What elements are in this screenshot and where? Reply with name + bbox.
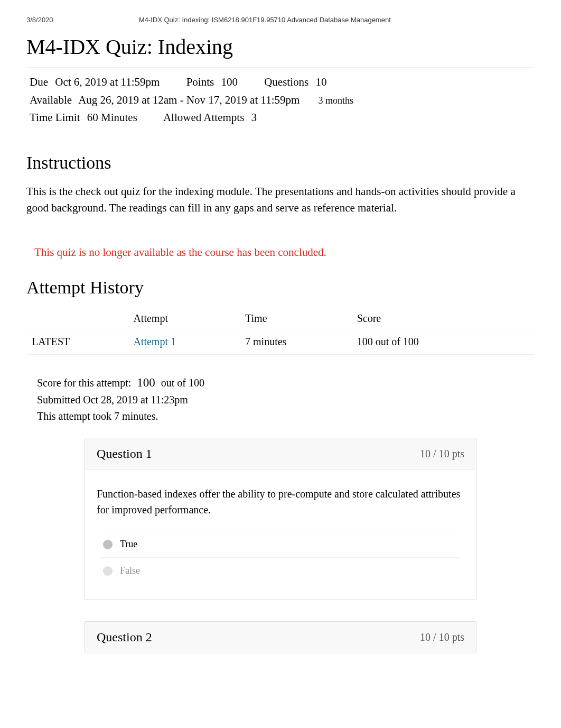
- questions-container: Question 1 10 / 10 pts Function-based in…: [85, 438, 476, 653]
- question-header: Question 2 10 / 10 pts: [85, 622, 476, 653]
- available-duration: 3 months: [319, 95, 354, 106]
- col-attempt: Attempt: [128, 308, 240, 329]
- points-label: Points: [186, 76, 214, 88]
- score-prefix: Score for this attempt:: [37, 377, 131, 389]
- col-score: Score: [352, 308, 535, 329]
- allowed-attempts-value: 3: [251, 111, 257, 124]
- answer-text: True: [120, 539, 137, 550]
- questions-value: 10: [315, 76, 326, 88]
- question-block: Question 1 10 / 10 pts Function-based in…: [85, 438, 476, 600]
- quiz-title: M4-IDX Quiz: Indexing: [26, 34, 535, 59]
- available-label: Available: [30, 94, 72, 106]
- available-value: Aug 26, 2019 at 12am - Nov 17, 2019 at 1…: [78, 94, 300, 106]
- answers-list: True False: [85, 523, 476, 600]
- time-limit-value: 60 Minutes: [87, 111, 137, 124]
- allowed-attempts-label: Allowed Attempts: [163, 111, 244, 124]
- question-points: 10 / 10 pts: [420, 631, 464, 643]
- radio-icon: [103, 540, 113, 549]
- attempt-history-table: Attempt Time Score LATEST Attempt 1 7 mi…: [26, 308, 535, 355]
- question-body: Function-based indexes offer the ability…: [85, 470, 476, 523]
- question-block: Question 2 10 / 10 pts: [85, 621, 476, 653]
- attempt-score: 100 out of 100: [352, 329, 535, 354]
- table-header-row: Attempt Time Score: [26, 308, 535, 329]
- instructions-heading: Instructions: [26, 153, 535, 173]
- questions-label: Questions: [264, 76, 308, 88]
- time-limit-label: Time Limit: [30, 111, 80, 124]
- page-header: 3/8/2020 M4-IDX Quiz: Indexing: ISM6218.…: [26, 0, 535, 29]
- question-title: Question 2: [97, 630, 152, 644]
- col-status: [26, 308, 128, 329]
- attempt-history-heading: Attempt History: [26, 278, 535, 298]
- duration-line: This attempt took 7 minutes.: [37, 408, 535, 425]
- due-label: Due: [30, 76, 48, 88]
- attempt-time: 7 minutes: [240, 329, 352, 354]
- question-header: Question 1 10 / 10 pts: [85, 438, 476, 470]
- quiz-meta: Due Oct 6, 2019 at 11:59pm Points 100 Qu…: [26, 67, 535, 134]
- attempt-status: LATEST: [26, 329, 128, 354]
- score-value: 100: [137, 376, 155, 389]
- course-title: M4-IDX Quiz: Indexing: ISM6218.901F19.95…: [27, 16, 503, 24]
- question-points: 10 / 10 pts: [420, 448, 464, 460]
- quiz-concluded-alert: This quiz is no longer available as the …: [34, 246, 535, 259]
- answer-option[interactable]: True: [101, 531, 460, 557]
- due-value: Oct 6, 2019 at 11:59pm: [55, 76, 160, 88]
- submitted-line: Submitted Oct 28, 2019 at 11:23pm: [37, 392, 535, 408]
- col-time: Time: [240, 308, 352, 329]
- attempt-link[interactable]: Attempt 1: [133, 336, 176, 347]
- attempt-summary: Score for this attempt: 100 out of 100 S…: [37, 373, 535, 425]
- score-suffix: out of 100: [161, 377, 204, 389]
- answer-text: False: [120, 565, 140, 576]
- points-value: 100: [221, 76, 238, 88]
- table-row: LATEST Attempt 1 7 minutes 100 out of 10…: [26, 329, 535, 354]
- question-title: Question 1: [97, 447, 152, 461]
- instructions-body: This is the check out quiz for the index…: [26, 183, 535, 217]
- answer-option[interactable]: False: [101, 557, 460, 584]
- radio-icon: [103, 566, 113, 576]
